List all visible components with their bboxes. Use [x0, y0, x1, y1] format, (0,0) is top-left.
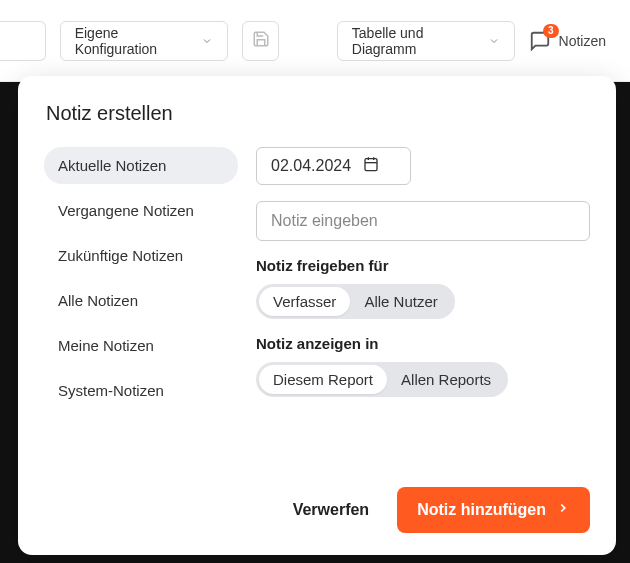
pill-label: Verfasser — [273, 293, 336, 310]
sidebar-item-past-notes[interactable]: Vergangene Notizen — [44, 192, 238, 229]
submit-label: Notiz hinzufügen — [417, 501, 546, 519]
chevron-right-icon — [556, 501, 570, 519]
calendar-icon — [363, 156, 379, 176]
show-section-label: Notiz anzeigen in — [256, 335, 590, 352]
sidebar-item-label: Aktuelle Notizen — [58, 157, 166, 174]
sidebar-item-label: System-Notizen — [58, 382, 164, 399]
modal-title: Notiz erstellen — [46, 102, 590, 125]
notes-link-label: Notizen — [559, 33, 606, 49]
sidebar-item-all-notes[interactable]: Alle Notizen — [44, 282, 238, 319]
notes-link[interactable]: 3 Notizen — [529, 30, 612, 52]
show-toggle-group: Diesem Report Allen Reports — [256, 362, 508, 397]
date-field[interactable]: 02.04.2024 — [256, 147, 411, 185]
sidebar-item-future-notes[interactable]: Zukünftige Notizen — [44, 237, 238, 274]
show-option-this-report[interactable]: Diesem Report — [259, 365, 387, 394]
share-toggle-group: Verfasser Alle Nutzer — [256, 284, 455, 319]
share-option-author[interactable]: Verfasser — [259, 287, 350, 316]
pill-label: Alle Nutzer — [364, 293, 437, 310]
note-category-sidebar: Aktuelle Notizen Vergangene Notizen Zukü… — [44, 147, 238, 475]
discard-button[interactable]: Verwerfen — [293, 501, 369, 519]
sidebar-item-label: Vergangene Notizen — [58, 202, 194, 219]
date-value: 02.04.2024 — [271, 157, 351, 175]
sidebar-item-label: Meine Notizen — [58, 337, 154, 354]
pill-label: Diesem Report — [273, 371, 373, 388]
config-label: Eigene Konfiguration — [75, 25, 192, 57]
notes-badge: 3 — [543, 24, 559, 38]
speech-bubble-icon: 3 — [529, 30, 551, 52]
share-option-all-users[interactable]: Alle Nutzer — [350, 287, 451, 316]
discard-label: Verwerfen — [293, 501, 369, 518]
view-label: Tabelle und Diagramm — [352, 25, 478, 57]
save-button[interactable] — [242, 21, 279, 61]
create-note-modal: Notiz erstellen Aktuelle Notizen Vergang… — [18, 76, 616, 555]
pill-label: Allen Reports — [401, 371, 491, 388]
config-dropdown[interactable]: Eigene Konfiguration — [60, 21, 229, 61]
note-input[interactable] — [256, 201, 590, 241]
chevron-down-icon — [201, 35, 213, 47]
sidebar-item-label: Alle Notizen — [58, 292, 138, 309]
toolbar-left-box[interactable] — [0, 21, 46, 61]
top-toolbar: Eigene Konfiguration Tabelle und Diagram… — [0, 0, 630, 82]
sidebar-item-my-notes[interactable]: Meine Notizen — [44, 327, 238, 364]
sidebar-item-label: Zukünftige Notizen — [58, 247, 183, 264]
svg-rect-0 — [365, 159, 377, 171]
view-dropdown[interactable]: Tabelle und Diagramm — [337, 21, 515, 61]
sidebar-item-current-notes[interactable]: Aktuelle Notizen — [44, 147, 238, 184]
share-section-label: Notiz freigeben für — [256, 257, 590, 274]
add-note-button[interactable]: Notiz hinzufügen — [397, 487, 590, 533]
show-option-all-reports[interactable]: Allen Reports — [387, 365, 505, 394]
sidebar-item-system-notes[interactable]: System-Notizen — [44, 372, 238, 409]
chevron-down-icon — [488, 35, 500, 47]
save-icon — [252, 30, 270, 52]
